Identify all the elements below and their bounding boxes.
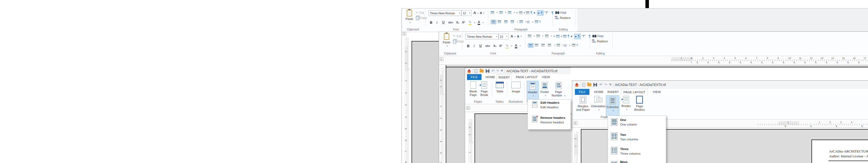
find-button[interactable]: Find [555, 11, 566, 14]
menu-item-remove-headers[interactable]: ✕ Remove headers Remove headers [528, 114, 570, 129]
subscript-button[interactable]: X₂ [456, 21, 459, 24]
menu-item-edit-headers[interactable]: Edit Headers Edit Headers [528, 100, 570, 114]
vertical-ruler[interactable]: 21123456 [440, 68, 443, 163]
replace-button[interactable]: AB➔AC Replace [555, 16, 570, 19]
vertical-ruler[interactable]: 21 [575, 132, 578, 163]
columns-button[interactable]: Columns ▾ [606, 96, 619, 118]
tab-page-layout[interactable]: PAGE LAYOUT [621, 89, 648, 95]
strikethrough-button[interactable]: abe [485, 44, 490, 48]
bold-button[interactable]: B [467, 44, 469, 48]
table-button[interactable]: Table [494, 82, 505, 93]
image-button[interactable]: Image [509, 82, 523, 93]
decrease-indent-button[interactable]: ◂ [524, 11, 529, 14]
justify-button[interactable] [510, 21, 514, 23]
title-bar[interactable]: ↶ ↷ ▼ ArCADia-TEXT - ArCADiaTEXT0.rtf [572, 81, 868, 89]
tab-home[interactable]: HOME [484, 74, 497, 80]
subscript-button[interactable]: X₂ [493, 44, 497, 48]
menu-item-three-columns[interactable]: Three Three columns [608, 144, 666, 158]
tab-page-layout[interactable]: PAGE LAYOUT [516, 74, 538, 80]
ltr-paragraph-button[interactable]: ▶¶ [537, 10, 544, 16]
font-color-button[interactable]: A ▾ [515, 44, 521, 48]
new-document-icon[interactable] [582, 83, 585, 87]
indent-marker-icon[interactable]: →| [689, 61, 692, 63]
redo-icon[interactable]: ↷ [496, 69, 499, 73]
save-icon[interactable] [593, 83, 597, 86]
grow-font-button[interactable]: A▲ [473, 11, 478, 15]
tab-view[interactable]: VIEW [540, 74, 551, 80]
justify-button[interactable] [548, 44, 551, 46]
numbered-list-button[interactable]: ▾ [499, 11, 506, 14]
find-button[interactable]: Find [592, 34, 603, 38]
italic-button[interactable]: I [473, 44, 474, 48]
paste-button[interactable]: Paste ▾ [441, 33, 453, 54]
shrink-font-button[interactable]: A▼ [480, 11, 485, 15]
borders-button[interactable]: ⊞▾ [564, 44, 570, 48]
cut-button[interactable]: ✂ Cut [416, 11, 424, 14]
strikethrough-button[interactable]: abe [448, 21, 453, 24]
highlight-pen-button[interactable]: ✎ ▾ [469, 20, 475, 25]
margin-arrow-icon[interactable]: ↓ [443, 92, 445, 96]
quick-access-dropdown-icon[interactable]: ▼ [609, 84, 612, 86]
font-name-combo[interactable]: Times New Roman ▾ [429, 10, 461, 16]
menu-item-two-columns[interactable]: Two Two columns [608, 130, 666, 144]
document-page[interactable]: ArCADia-ARCHITECTURE Author: Internal Li… [811, 140, 868, 163]
tab-selector-box[interactable]: L [403, 32, 406, 35]
align-center-button[interactable] [498, 21, 501, 23]
rtl-paragraph-button[interactable]: ¶◀ [568, 34, 572, 38]
page-break-button[interactable]: ▶ Page Break [478, 81, 490, 97]
cut-button[interactable]: ✂ Cut [453, 34, 461, 38]
tab-file[interactable]: FILE [575, 89, 589, 95]
line-spacing-button[interactable]: ↕▾ [517, 20, 526, 23]
numbered-list-button[interactable]: ▾ [536, 35, 544, 37]
tab-view[interactable]: VIEW [651, 89, 663, 95]
align-left-button[interactable] [528, 43, 533, 48]
margin-arrow-icon[interactable]: ↓ [472, 141, 474, 144]
bold-button[interactable]: B [430, 21, 432, 25]
ltr-paragraph-button[interactable]: ▶¶ [574, 34, 581, 39]
replace-button[interactable]: AB➔AC Replace [592, 39, 608, 43]
font-color-button[interactable]: A ▾ [478, 20, 484, 25]
increase-indent-button[interactable]: ▸ [554, 35, 560, 37]
text-quotes-button[interactable]: “T” [582, 34, 585, 38]
tab-selector-box[interactable]: L [440, 57, 443, 61]
save-icon[interactable] [486, 69, 489, 73]
breaks-button[interactable]: ▶ Breaks ▾ [620, 96, 632, 111]
menu-item-one-column[interactable]: One One column [608, 116, 666, 130]
vertical-ruler[interactable]: 211 [469, 119, 472, 163]
bullet-list-button[interactable]: ▾ [491, 11, 498, 14]
tab-file[interactable]: FILE [467, 74, 482, 80]
margins-and-paper-button[interactable]: Margins and Paper [576, 96, 590, 112]
font-size-combo[interactable]: 12 ▾ [498, 34, 509, 39]
font-name-combo[interactable]: Times New Roman ▾ [466, 34, 498, 39]
quick-access-dropdown-icon[interactable]: ▼ [501, 70, 503, 72]
align-right-button[interactable] [504, 21, 507, 23]
tab-insert[interactable]: INSERT [606, 89, 620, 95]
rtl-paragraph-button[interactable]: ¶◀ [530, 11, 535, 15]
page-borders-button[interactable]: Page Borders [632, 96, 647, 112]
header-button[interactable]: Header ▾ [527, 81, 538, 102]
tab-home[interactable]: HOME [592, 89, 605, 95]
underline-button[interactable]: U [442, 21, 445, 24]
shrink-font-button[interactable]: A▼ [517, 35, 522, 38]
borders-button[interactable]: ⊞▾ [527, 20, 533, 24]
margin-arrow-icon[interactable]: ↓ [409, 67, 410, 70]
grow-font-button[interactable]: A▲ [510, 34, 516, 38]
open-folder-icon[interactable] [479, 70, 484, 73]
redo-icon[interactable]: ↷ [604, 83, 607, 86]
paste-button[interactable]: Paste ▾ [403, 10, 415, 30]
tab-insert[interactable]: INSERT [497, 74, 512, 80]
superscript-button[interactable]: X² [499, 44, 502, 48]
font-size-combo[interactable]: 12 ▾ [461, 10, 471, 16]
bullet-list-button[interactable]: ▾ [528, 35, 535, 37]
tab-selector-box[interactable]: L [466, 106, 470, 110]
open-folder-icon[interactable] [587, 83, 591, 86]
title-bar[interactable]: ↶ ↷ ▼ ArCADia-TEXT - ArCADiaTEXT0.rtf [465, 68, 571, 74]
align-center-button[interactable] [535, 44, 538, 46]
new-document-icon[interactable] [474, 69, 477, 73]
align-right-button[interactable] [541, 44, 545, 46]
orientation-button[interactable]: Orientation ▾ [591, 96, 606, 112]
highlight-pen-button[interactable]: ✎ ▾ [506, 44, 512, 49]
paragraph-settings-button[interactable]: ¶ [572, 44, 578, 46]
underline-button[interactable]: U [479, 44, 482, 48]
increase-indent-button[interactable]: ▸ [517, 11, 522, 14]
